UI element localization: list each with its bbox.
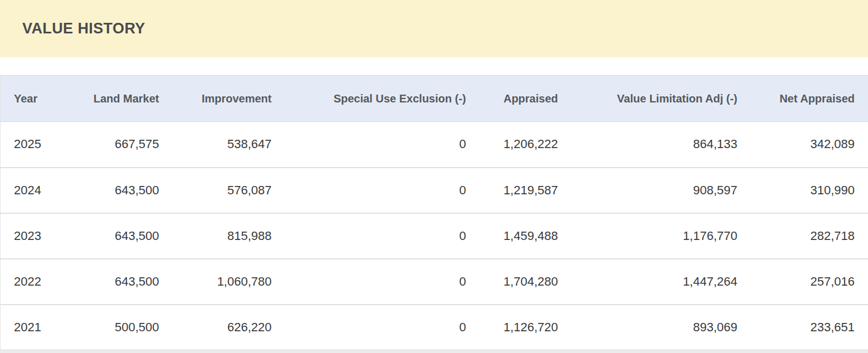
value-history-section: VALUE HISTORY Year Land Market Improveme… bbox=[0, 0, 868, 353]
cell-land-market: 643,500 bbox=[56, 259, 159, 305]
cell-land-market: 667,575 bbox=[56, 122, 159, 168]
cell-improvement: 538,647 bbox=[159, 122, 272, 168]
col-header-special-use-exclusion: Special Use Exclusion (-) bbox=[272, 76, 466, 122]
col-header-appraised: Appraised bbox=[466, 76, 558, 122]
cell-net-appraised: 342,089 bbox=[738, 122, 868, 168]
cell-value-limitation-adj: 864,133 bbox=[558, 122, 738, 168]
cell-special-use-exclusion: 0 bbox=[272, 259, 466, 305]
cell-net-appraised: 310,990 bbox=[738, 168, 868, 213]
cell-special-use-exclusion: 0 bbox=[272, 213, 466, 259]
cell-value-limitation-adj: 908,597 bbox=[558, 168, 738, 213]
cell-net-appraised: 233,651 bbox=[738, 305, 868, 350]
cell-value-limitation-adj: 893,069 bbox=[558, 305, 738, 350]
section-header-bar: VALUE HISTORY bbox=[0, 0, 868, 57]
cell-appraised: 1,219,587 bbox=[466, 168, 558, 213]
table-row: 2021 500,500 626,220 0 1,126,720 893,069… bbox=[1, 305, 868, 350]
cell-net-appraised: 282,718 bbox=[738, 213, 868, 259]
cell-improvement: 626,220 bbox=[159, 305, 272, 350]
cell-value-limitation-adj: 1,176,770 bbox=[558, 213, 738, 259]
col-header-improvement: Improvement bbox=[159, 76, 272, 122]
cell-year: 2025 bbox=[1, 122, 56, 168]
cell-appraised: 1,206,222 bbox=[466, 122, 558, 168]
value-history-table: Year Land Market Improvement Special Use… bbox=[0, 75, 868, 350]
table-row: 2022 643,500 1,060,780 0 1,704,280 1,447… bbox=[1, 259, 868, 305]
cell-land-market: 643,500 bbox=[56, 168, 159, 213]
header-table-gap bbox=[0, 57, 868, 75]
cell-appraised: 1,459,488 bbox=[466, 213, 558, 259]
cell-year: 2024 bbox=[1, 168, 56, 213]
cell-appraised: 1,126,720 bbox=[466, 305, 558, 350]
cell-year: 2022 bbox=[1, 259, 56, 305]
cell-net-appraised: 257,016 bbox=[738, 259, 868, 305]
cell-special-use-exclusion: 0 bbox=[272, 168, 466, 213]
section-title: VALUE HISTORY bbox=[22, 20, 145, 37]
cell-improvement: 576,087 bbox=[159, 168, 272, 213]
col-header-value-limitation-adj: Value Limitation Adj (-) bbox=[558, 76, 738, 122]
cell-appraised: 1,704,280 bbox=[466, 259, 558, 305]
cell-land-market: 643,500 bbox=[56, 213, 159, 259]
cell-special-use-exclusion: 0 bbox=[272, 305, 466, 350]
cell-land-market: 500,500 bbox=[56, 305, 159, 350]
cell-special-use-exclusion: 0 bbox=[272, 122, 466, 168]
col-header-land-market: Land Market bbox=[56, 76, 159, 122]
section-divider bbox=[0, 350, 868, 353]
table-row: 2025 667,575 538,647 0 1,206,222 864,133… bbox=[1, 122, 868, 168]
col-header-year: Year bbox=[1, 76, 56, 122]
cell-year: 2023 bbox=[1, 213, 56, 259]
table-header-row: Year Land Market Improvement Special Use… bbox=[1, 76, 868, 122]
cell-value-limitation-adj: 1,447,264 bbox=[558, 259, 738, 305]
cell-improvement: 815,988 bbox=[159, 213, 272, 259]
cell-improvement: 1,060,780 bbox=[159, 259, 272, 305]
table-row: 2023 643,500 815,988 0 1,459,488 1,176,7… bbox=[1, 213, 868, 259]
cell-year: 2021 bbox=[1, 305, 56, 350]
col-header-net-appraised: Net Appraised bbox=[738, 76, 868, 122]
table-row: 2024 643,500 576,087 0 1,219,587 908,597… bbox=[1, 168, 868, 213]
